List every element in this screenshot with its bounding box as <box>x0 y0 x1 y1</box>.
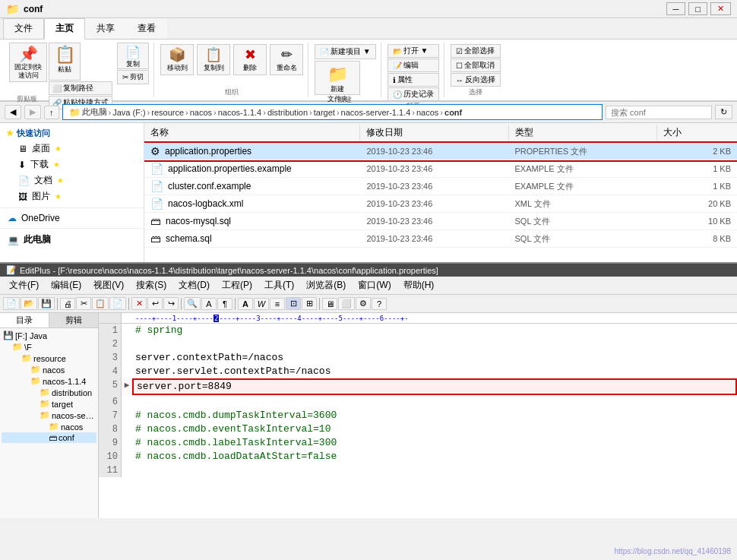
menu-help[interactable]: 帮助(H) <box>397 277 441 293</box>
tb-new[interactable]: 📄 <box>3 297 20 310</box>
tb-settings[interactable]: ⚙ <box>356 297 371 310</box>
tb-bold[interactable]: A <box>238 298 253 310</box>
menu-file[interactable]: 文件(F) <box>3 277 45 293</box>
rename-button[interactable]: ✏ 重命名 <box>270 44 303 75</box>
header-date[interactable]: 修改日期 <box>360 125 508 141</box>
header-type[interactable]: 类型 <box>509 125 657 141</box>
tab-share[interactable]: 共享 <box>85 18 126 39</box>
tree-item-distribution[interactable]: 📁 distribution <box>2 387 96 398</box>
path-nacos2[interactable]: nacos <box>416 108 438 117</box>
copy-to-button[interactable]: 📋 复制到 <box>197 44 230 75</box>
delete-button[interactable]: ✖ 删除 <box>233 44 267 75</box>
sidebar-item-desktop[interactable]: 🖥 桌面 ★ <box>0 141 144 157</box>
menu-search[interactable]: 搜索(S) <box>130 277 172 293</box>
code-line[interactable]: 3server.contextPath=/nacos <box>99 351 737 365</box>
tab-file[interactable]: 文件 <box>3 18 44 39</box>
path-resource[interactable]: resource <box>151 108 184 117</box>
code-line[interactable]: 10# nacos.cmdb.loadDataAtStart=false <box>99 450 737 464</box>
sidebar-item-thispc[interactable]: 💻 此电脑 <box>0 232 144 248</box>
search-input[interactable] <box>606 106 712 119</box>
menu-window[interactable]: 窗口(W) <box>352 277 397 293</box>
tb-fullscreen[interactable]: ⬜ <box>338 297 355 310</box>
tb-open[interactable]: 📂 <box>21 297 37 310</box>
new-folder-button[interactable]: 📁 新建文件夹 <box>315 61 360 95</box>
tb-para[interactable]: ¶ <box>217 298 232 310</box>
tb-align[interactable]: ≡ <box>270 298 285 310</box>
tree-item-conf[interactable]: 🗃 conf <box>2 432 96 443</box>
code-line[interactable]: 9# nacos.cmdb.labelTaskInterval=300 <box>99 436 737 450</box>
tb-zoom[interactable]: ⊞ <box>302 297 317 310</box>
tb-print[interactable]: 🖨 <box>60 298 75 310</box>
copy-path-button[interactable]: ⬜ 复制路径 <box>49 81 112 95</box>
path-dist[interactable]: distribution <box>267 108 308 117</box>
paste-button[interactable]: 📋 粘贴 <box>49 43 81 81</box>
tb-italic[interactable]: W <box>254 298 269 310</box>
menu-doc[interactable]: 文档(D) <box>172 277 216 293</box>
tree-item-target[interactable]: 📁 target <box>2 398 96 410</box>
tb-save[interactable]: 💾 <box>38 297 55 310</box>
tab-view[interactable]: 查看 <box>126 18 167 39</box>
sidebar-item-downloads[interactable]: ⬇ 下载 ★ <box>0 157 144 172</box>
path-nacos[interactable]: nacos <box>190 108 212 117</box>
tb-cut2[interactable]: ✂ <box>76 297 91 310</box>
history-button[interactable]: 🕐 历史记录 <box>387 87 439 101</box>
header-size[interactable]: 大小 <box>657 125 737 141</box>
props-button[interactable]: ℹ 属性 <box>387 73 439 87</box>
tb-find[interactable]: 🔍 <box>184 297 201 310</box>
tb-redo[interactable]: ↪ <box>163 297 179 310</box>
table-row[interactable]: 📄application.properties.example2019-10-2… <box>144 160 737 178</box>
tree-item-resource[interactable]: 📁 resource <box>2 353 96 364</box>
code-line[interactable]: 2 <box>99 337 737 351</box>
menu-browser[interactable]: 浏览器(B) <box>300 277 352 293</box>
tb-undo2[interactable]: ↩ <box>147 297 163 310</box>
tab-home[interactable]: 主页 <box>44 18 85 40</box>
table-row[interactable]: 📄cluster.conf.example2019-10-23 23:46EXA… <box>144 178 737 195</box>
menu-project[interactable]: 工程(P) <box>216 277 258 293</box>
tb-wrap[interactable]: ⊡ <box>286 297 301 310</box>
tree-item-nacos2[interactable]: 📁 nacos <box>2 421 96 432</box>
sidebar-item-pictures[interactable]: 🖼 图片 ★ <box>0 188 144 204</box>
code-line[interactable]: 6 <box>99 395 737 409</box>
code-line[interactable]: 11 <box>99 464 737 477</box>
up-button[interactable]: ↑ <box>44 106 59 119</box>
deselect-all-button[interactable]: ☐ 全部取消 <box>451 59 501 72</box>
sidebar-item-docs[interactable]: 📄 文档 ★ <box>0 172 144 188</box>
path-server[interactable]: nacos-server-1.1.4 <box>341 108 411 117</box>
copy-button[interactable]: 📄 复制 <box>117 43 149 69</box>
tree-item-f[interactable]: 📁 \F <box>2 341 96 353</box>
new-item-button[interactable]: 📄 新建项目 ▼ <box>315 44 376 59</box>
close-button[interactable]: ✕ <box>710 2 731 15</box>
tab-directory[interactable]: 目录 <box>0 313 49 327</box>
tree-item-nacos114[interactable]: 📁 nacos-1.1.4 <box>2 375 96 387</box>
tree-item-drive[interactable]: 💾 [F:] Java <box>2 330 96 341</box>
tb-help[interactable]: ? <box>372 298 387 310</box>
tb-paste2[interactable]: 📄 <box>109 297 126 310</box>
minimize-button[interactable]: ─ <box>666 2 686 15</box>
path-drive[interactable]: Java (F:) <box>112 108 145 117</box>
sidebar-item-onedrive[interactable]: ☁ OneDrive <box>0 211 144 225</box>
tb-monitor[interactable]: 🖥 <box>322 298 337 310</box>
tree-item-nacos[interactable]: 📁 nacos <box>2 364 96 375</box>
forward-button[interactable]: ▶ <box>24 105 41 119</box>
code-line[interactable]: 7# nacos.cmdb.dumpTaskInterval=3600 <box>99 409 737 422</box>
select-all-button[interactable]: ☑ 全部选择 <box>451 44 501 58</box>
invert-select-button[interactable]: ↔ 反向选择 <box>451 73 501 87</box>
table-row[interactable]: 🗃schema.sql2019-10-23 23:46SQL 文件8 KB <box>144 230 737 248</box>
refresh-button[interactable]: ↻ <box>715 105 732 119</box>
code-line[interactable]: 1# spring <box>99 324 737 337</box>
cut-button[interactable]: ✂ 剪切 <box>117 70 149 84</box>
maximize-button[interactable]: □ <box>688 2 707 15</box>
back-button[interactable]: ◀ <box>5 105 21 119</box>
path-conf[interactable]: conf <box>444 108 462 117</box>
open-button[interactable]: 📂 打开 ▼ <box>387 44 439 58</box>
move-to-button[interactable]: 📦 移动到 <box>160 44 194 75</box>
code-line[interactable]: 8# nacos.cmdb.eventTaskInterval=10 <box>99 422 737 436</box>
code-line[interactable]: 5▶server.port=8849 <box>99 378 737 395</box>
pin-quick-access-button[interactable]: 📌 固定到快速访问 <box>9 43 47 82</box>
table-row[interactable]: 🗃nacos-mysql.sql2019-10-23 23:46SQL 文件10… <box>144 213 737 230</box>
table-row[interactable]: ⚙application.properties2019-10-23 23:46P… <box>144 143 737 160</box>
code-line[interactable]: 4server.servlet.contextPath=/nacos <box>99 365 737 378</box>
table-row[interactable]: 📄nacos-logback.xml2019-10-23 23:46XML 文件… <box>144 195 737 213</box>
path-version[interactable]: nacos-1.1.4 <box>218 108 261 117</box>
edit-button[interactable]: 📝 编辑 <box>387 59 439 72</box>
